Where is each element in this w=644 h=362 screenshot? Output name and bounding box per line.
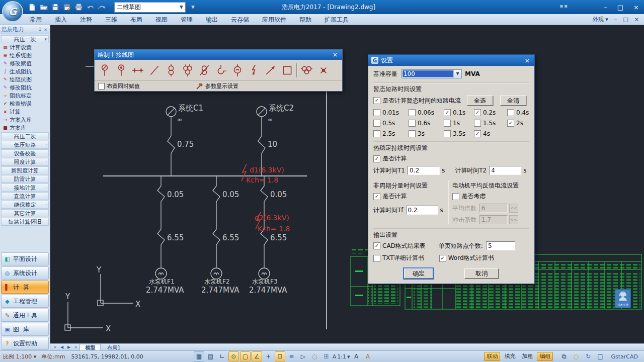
txt-report-checkbox[interactable]: TXT详细计算书 bbox=[373, 254, 424, 262]
transient-calc-checkbox[interactable]: 是否计算暂态时间的短路电流 bbox=[373, 97, 461, 105]
power-source-alt-icon[interactable] bbox=[113, 62, 129, 79]
tab-3d[interactable]: 三维 bbox=[99, 14, 124, 25]
fullscreen-icon[interactable]: □ bbox=[595, 351, 605, 361]
cancel-button[interactable]: 取消 bbox=[464, 268, 499, 279]
assign-values-checkbox[interactable] bbox=[98, 83, 105, 89]
annotation-autoscale-icon[interactable]: A bbox=[363, 351, 373, 361]
close-button[interactable]: × bbox=[633, 4, 639, 11]
nav-project-manage[interactable]: ◆工程管理 bbox=[1, 295, 49, 308]
tab-layout1[interactable]: 布局1 bbox=[102, 344, 126, 351]
tf-input[interactable]: 0.2 bbox=[406, 206, 438, 215]
sidebar-item-calculate[interactable]: x计算 bbox=[1, 108, 49, 116]
transformer-3w-icon[interactable] bbox=[179, 62, 196, 79]
time-0.5s[interactable]: 0.5s bbox=[373, 120, 409, 127]
thermal-calc-checkbox[interactable]: 是否计算 bbox=[373, 154, 529, 163]
selection-cycling-icon[interactable]: ▷ bbox=[298, 351, 308, 361]
polar-tracking-icon[interactable]: ⊙ bbox=[228, 351, 239, 361]
tab-manage[interactable]: 管理 bbox=[174, 14, 199, 25]
word-report-checkbox[interactable]: Word格式计算书 bbox=[439, 254, 494, 262]
sidebar-item-modify-impedance[interactable]: ✎修改阻抗 bbox=[1, 84, 49, 92]
sidebar-item-scheme-library[interactable]: ■方案库 bbox=[1, 124, 49, 132]
base-capacity-combo[interactable]: 100 ▼ bbox=[401, 69, 462, 78]
toggle-fill[interactable]: 填充 bbox=[502, 352, 518, 361]
sidebar-section-relay[interactable]: 继保整定· bbox=[1, 201, 49, 209]
time-0.01s[interactable]: 0.01s bbox=[373, 109, 409, 116]
reactor-icon[interactable] bbox=[212, 62, 229, 79]
tie-line-icon[interactable] bbox=[146, 62, 163, 79]
time-0.2s[interactable]: 0.2s bbox=[474, 109, 507, 116]
sidebar-section-grounding[interactable]: 接地计算· bbox=[1, 184, 49, 192]
sidebar-item-impedance-calibrate[interactable]: ≈阻抗标定 bbox=[1, 92, 49, 100]
next-tab-icon[interactable]: ▶ bbox=[66, 345, 72, 349]
doc-restore-button[interactable]: □ bbox=[623, 16, 628, 23]
hammer-icon[interactable] bbox=[196, 83, 203, 89]
scale-selector[interactable]: 比例 1:100 ▾ bbox=[3, 353, 36, 360]
param-display-label[interactable]: 参数显示设置 bbox=[205, 82, 238, 90]
dynamic-ucs-icon[interactable]: ⊡ bbox=[275, 351, 285, 361]
doc-close-button[interactable]: × bbox=[634, 16, 639, 23]
sidebar-item-draw-impedance[interactable]: ✎绘阻抗图 bbox=[1, 76, 49, 83]
nav-plane-design[interactable]: ◧平面设计 bbox=[1, 252, 49, 265]
tab-help[interactable]: 帮助 bbox=[293, 14, 318, 25]
tab-cloud[interactable]: 云存储 bbox=[224, 14, 256, 25]
time-2s[interactable]: 2s bbox=[507, 120, 529, 127]
nav-system-design[interactable]: ◎系统设计 bbox=[1, 266, 49, 280]
transformer-group-icon[interactable] bbox=[298, 62, 315, 79]
nav-library[interactable]: ▣图 库 bbox=[1, 323, 49, 336]
prev-tab-icon[interactable]: ◀ bbox=[59, 345, 65, 349]
restore-button[interactable]: □ bbox=[617, 4, 623, 11]
sidebar-section-other-calc[interactable]: 其它计算· bbox=[1, 209, 49, 217]
nav-calculate[interactable]: ▌计 算 bbox=[1, 281, 49, 294]
lineweight-icon[interactable]: ≡ bbox=[286, 351, 297, 361]
ok-button[interactable]: 确定 bbox=[404, 268, 433, 279]
dynamic-input-icon[interactable]: + bbox=[263, 351, 274, 361]
new-icon[interactable] bbox=[28, 3, 36, 11]
clear-all-button[interactable]: 全清 bbox=[500, 96, 526, 106]
drawing-canvas[interactable]: 系统C1 ∞ 0.75 系统C2 ∞ 10 0.05 0.05 0.05 6.5… bbox=[50, 25, 644, 343]
tab-layout[interactable]: 布局 bbox=[124, 14, 149, 25]
minimize-button[interactable]: – bbox=[604, 4, 607, 11]
tab-apps[interactable]: 应用软件 bbox=[256, 14, 293, 25]
bulb-icon[interactable]: ○ bbox=[571, 351, 581, 361]
clean-screen-icon[interactable]: ⧉ bbox=[558, 351, 569, 361]
dialog-title-bar[interactable]: G 设置 × bbox=[368, 55, 534, 66]
print-icon[interactable] bbox=[74, 3, 83, 11]
sidebar-section-hv-secondary[interactable]: 高压二次· bbox=[1, 132, 49, 140]
time-1.5s[interactable]: 1.5s bbox=[474, 120, 507, 127]
first-tab-icon[interactable]: « bbox=[52, 345, 58, 349]
node-symbol-icon[interactable] bbox=[315, 62, 332, 79]
tab-annotate[interactable]: 注释 bbox=[73, 14, 99, 25]
toolbox-title-bar[interactable]: 绘制主接线图 × bbox=[95, 50, 342, 60]
points-per-page-input[interactable]: 5 bbox=[486, 241, 515, 250]
time-4s[interactable]: 4s bbox=[474, 130, 507, 137]
chevron-down-icon[interactable]: ▼ bbox=[453, 70, 461, 78]
tab-view[interactable]: 视图 bbox=[149, 14, 174, 25]
cad-result-checkbox[interactable]: CAD格式结果表 bbox=[373, 242, 426, 250]
sidebar-item-calc-settings[interactable]: ▦计算设置 bbox=[1, 44, 49, 51]
open-icon[interactable] bbox=[40, 3, 48, 11]
sidebar-item-scheme-save[interactable]: →方案入库 bbox=[1, 116, 49, 124]
pin-icon[interactable]: ↧ bbox=[37, 27, 43, 32]
refresh-icon[interactable]: ↻ bbox=[583, 351, 593, 361]
time-0.06s[interactable]: 0.06s bbox=[409, 109, 444, 116]
save-as-icon[interactable] bbox=[63, 3, 71, 11]
sidebar-item-check-errors[interactable]: ✔检查错误 bbox=[1, 100, 49, 108]
redo-icon[interactable] bbox=[98, 3, 106, 11]
box-symbol-icon[interactable] bbox=[279, 62, 295, 79]
power-source-icon[interactable] bbox=[96, 62, 113, 79]
motor-consider-checkbox[interactable]: 是否考虑 bbox=[452, 192, 529, 201]
time-0.4s[interactable]: 0.4s bbox=[507, 109, 529, 116]
toolbox-close-icon[interactable]: × bbox=[331, 51, 339, 58]
checkbox-icon[interactable] bbox=[373, 97, 380, 104]
aperiodic-calc-checkbox[interactable]: 是否计算 bbox=[373, 192, 448, 201]
time-3.5s[interactable]: 3.5s bbox=[444, 130, 474, 137]
t1-input[interactable]: 0.2 bbox=[408, 166, 440, 175]
time-3s[interactable]: 3s bbox=[409, 130, 444, 137]
grid-icon[interactable]: ▤ bbox=[205, 351, 216, 361]
tab-output[interactable]: 输出 bbox=[199, 14, 224, 25]
workspace-switch-icon[interactable]: ⊞ bbox=[321, 351, 332, 361]
sidebar-section-dc-calc[interactable]: 直流计算· bbox=[1, 192, 49, 200]
select-all-button[interactable]: 全选 bbox=[467, 96, 493, 106]
sidebar-item-draw-system[interactable]: ◉绘系统图 bbox=[1, 52, 49, 59]
qat-more-icon[interactable]: ▼ bbox=[191, 5, 195, 10]
